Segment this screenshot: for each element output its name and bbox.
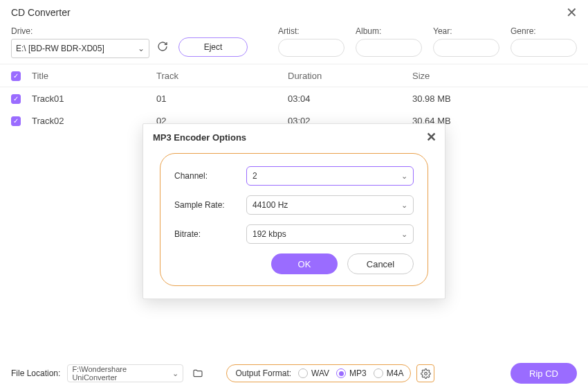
- col-size: Size: [412, 71, 577, 81]
- drive-select[interactable]: E:\ [BD-RW BDR-XD05] ⌄: [11, 39, 149, 58]
- svg-point-0: [425, 372, 428, 375]
- format-m4a-radio[interactable]: M4A: [374, 368, 404, 378]
- bitrate-label: Bitrate:: [174, 229, 237, 239]
- channel-value: 2: [252, 171, 257, 181]
- album-label: Album:: [356, 26, 422, 36]
- chevron-down-icon: ⌄: [138, 44, 145, 53]
- cell-size: 30.98 MB: [412, 93, 577, 104]
- artist-input[interactable]: [278, 39, 344, 57]
- channel-select[interactable]: 2 ⌄: [246, 166, 414, 186]
- sample-rate-select[interactable]: 44100 Hz ⌄: [246, 195, 414, 215]
- col-duration: Duration: [288, 71, 412, 81]
- sample-rate-label: Sample Rate:: [174, 200, 237, 210]
- open-folder-button[interactable]: [190, 366, 205, 381]
- album-input[interactable]: [356, 39, 422, 57]
- format-settings-button[interactable]: [416, 364, 434, 382]
- close-icon[interactable]: ✕: [563, 4, 580, 21]
- cancel-button[interactable]: Cancel: [347, 253, 414, 274]
- output-format-group: Output Format: WAV MP3 M4A: [226, 364, 411, 382]
- drive-select-value: E:\ [BD-RW BDR-XD05]: [16, 44, 104, 53]
- dialog-title: MP3 Encoder Options: [153, 132, 246, 143]
- dialog-close-icon[interactable]: ✕: [426, 130, 437, 145]
- bitrate-select[interactable]: 192 kbps ⌄: [246, 224, 414, 244]
- genre-label: Genre:: [511, 26, 577, 36]
- options-frame: Channel: 2 ⌄ Sample Rate: 44100 Hz ⌄ Bit…: [160, 153, 428, 286]
- year-input[interactable]: [433, 39, 499, 57]
- format-wav-radio[interactable]: WAV: [298, 368, 329, 378]
- file-location-label: File Location:: [11, 368, 60, 378]
- rip-cd-button[interactable]: Rip CD: [511, 363, 577, 384]
- cell-track: 01: [156, 93, 288, 104]
- year-label: Year:: [433, 26, 499, 36]
- cell-title: Track01: [32, 93, 156, 104]
- col-title: Title: [32, 71, 156, 81]
- file-location-select[interactable]: F:\Wondershare UniConverter ⌄: [67, 364, 183, 382]
- artist-label: Artist:: [278, 26, 344, 36]
- chevron-down-icon: ⌄: [401, 172, 407, 181]
- window-title: CD Converter: [11, 7, 71, 18]
- row-checkbox[interactable]: ✓: [11, 94, 21, 104]
- refresh-icon[interactable]: [155, 39, 170, 54]
- channel-label: Channel:: [174, 171, 237, 181]
- cell-duration: 03:04: [288, 93, 412, 104]
- output-format-label: Output Format:: [235, 368, 291, 378]
- encoder-options-dialog: MP3 Encoder Options ✕ Channel: 2 ⌄ Sampl…: [143, 123, 445, 299]
- row-checkbox[interactable]: ✓: [11, 116, 21, 126]
- select-all-checkbox[interactable]: ✓: [11, 71, 21, 81]
- chevron-down-icon: ⌄: [401, 201, 407, 210]
- format-mp3-radio[interactable]: MP3: [336, 368, 367, 378]
- file-location-value: F:\Wondershare UniConverter: [72, 365, 172, 382]
- chevron-down-icon: ⌄: [401, 230, 407, 239]
- bitrate-value: 192 kbps: [252, 229, 286, 239]
- table-row[interactable]: ✓ Track01 01 03:04 30.98 MB: [0, 87, 588, 109]
- drive-label: Drive:: [11, 26, 149, 36]
- sample-rate-value: 44100 Hz: [252, 200, 288, 210]
- ok-button[interactable]: OK: [271, 253, 338, 274]
- eject-button[interactable]: Eject: [178, 37, 248, 57]
- genre-input[interactable]: [511, 39, 577, 57]
- col-track: Track: [156, 71, 288, 81]
- chevron-down-icon: ⌄: [172, 369, 178, 378]
- cell-title: Track02: [32, 116, 156, 126]
